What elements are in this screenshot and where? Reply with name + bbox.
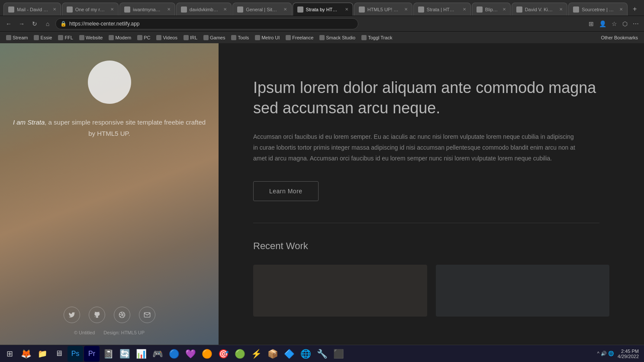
tab-close-icon[interactable]: ✕: [167, 7, 171, 12]
design-credit: Design: HTML5 UP: [103, 330, 145, 335]
bookmark-label: Tools: [238, 35, 249, 40]
work-card-1[interactable]: [253, 265, 427, 317]
new-tab-button[interactable]: +: [628, 3, 641, 16]
taskbar-app6[interactable]: 🟠: [199, 346, 215, 362]
bookmark-label: Metro UI: [261, 35, 280, 40]
tab-close-icon[interactable]: ✕: [619, 7, 623, 12]
extensions-icon[interactable]: ⊞: [587, 19, 596, 28]
tab-david[interactable]: David V. Kimball... ✕: [512, 3, 568, 16]
back-button[interactable]: ←: [3, 19, 14, 29]
tab-github[interactable]: davidvkimball/m... ✕: [176, 3, 232, 16]
url-bar[interactable]: 🔒 https://melee-center.netlify.app: [55, 18, 358, 29]
content-divider: [253, 223, 599, 223]
bookmark-favicon: [34, 35, 39, 40]
nav-icons: ⊞ 👤 ☆ ⬡ ⋯: [587, 19, 641, 28]
taskbar-app3[interactable]: 🎮: [150, 346, 165, 362]
tab-label: Mail - David V. Ki...: [17, 7, 48, 12]
taskbar-app8[interactable]: 🟢: [232, 346, 248, 362]
taskbar-app7[interactable]: 🎯: [216, 346, 231, 362]
taskbar-files[interactable]: 📁: [35, 346, 50, 362]
twitter-icon[interactable]: [64, 307, 80, 323]
bookmark-toggl[interactable]: Toggl Track: [359, 34, 395, 41]
email-icon[interactable]: [139, 307, 155, 323]
forward-button[interactable]: →: [16, 19, 27, 29]
bookmark-freelance[interactable]: Freelance: [283, 34, 316, 41]
sidebar-intro: I am Strata, a super simple responsive s…: [9, 117, 210, 139]
taskbar-app12[interactable]: 🌐: [298, 346, 313, 362]
taskbar-app9[interactable]: ⚡: [248, 346, 264, 362]
more-icon[interactable]: ⋯: [631, 19, 641, 28]
lock-icon: 🔒: [60, 21, 67, 27]
home-button[interactable]: ⌂: [42, 19, 53, 29]
taskbar-app14[interactable]: ⬛: [331, 346, 346, 362]
tab-strata-active[interactable]: Strata by HTML5 UP ✕: [293, 3, 353, 16]
bookmark-metro[interactable]: Metro UI: [252, 34, 282, 41]
bookmark-website[interactable]: Website: [77, 34, 106, 41]
bookmark-favicon: [286, 35, 291, 40]
tab-close-icon[interactable]: ✕: [345, 7, 348, 12]
start-button[interactable]: ⊞: [2, 346, 17, 362]
bookmark-ffl[interactable]: FFL: [55, 34, 76, 41]
taskbar-onenote[interactable]: 📓: [100, 346, 116, 362]
recent-work-heading: Recent Work: [253, 240, 609, 252]
taskbar-app11[interactable]: 🔷: [281, 346, 297, 362]
bookmark-favicon: [109, 35, 114, 40]
bookmark-stream[interactable]: Stream: [3, 34, 30, 41]
bookmark-pc[interactable]: PC: [135, 34, 153, 41]
tab-mail[interactable]: Mail - David V. Ki... ✕: [3, 3, 61, 16]
taskbar-app5[interactable]: 💜: [183, 346, 198, 362]
taskbar-app10[interactable]: 📦: [265, 346, 280, 362]
star-icon[interactable]: ☆: [610, 19, 619, 28]
tab-favicon: [8, 6, 14, 13]
taskbar-premiere[interactable]: Pr: [84, 346, 100, 362]
tab-close-icon[interactable]: ✕: [283, 7, 287, 12]
github-icon[interactable]: [89, 307, 105, 323]
taskbar-app4[interactable]: 🔵: [166, 346, 182, 362]
bookmark-favicon: [184, 35, 189, 40]
taskbar-app1[interactable]: 🔄: [117, 346, 132, 362]
tab-general[interactable]: General | Site sett... ✕: [232, 3, 291, 16]
tab-strata2[interactable]: Strata | HTML5 UP ✕: [413, 3, 471, 16]
reload-button[interactable]: ↻: [29, 19, 40, 29]
taskbar-monitor[interactable]: 🖥: [51, 346, 67, 362]
tab-rare[interactable]: One of my rare c... ✕: [62, 3, 119, 16]
tab-favicon: [124, 6, 130, 13]
tab-close-icon[interactable]: ✕: [110, 7, 114, 12]
tab-html5[interactable]: HTML5 UP! Resp... ✕: [354, 3, 412, 16]
tab-close-icon[interactable]: ✕: [463, 7, 466, 12]
bookmark-label: Website: [86, 35, 103, 40]
bookmark-modem[interactable]: Modem: [106, 34, 134, 41]
tab-close-icon[interactable]: ✕: [53, 7, 56, 12]
avatar[interactable]: [88, 61, 131, 104]
tab-favicon: [297, 6, 303, 13]
dribbble-icon[interactable]: [114, 307, 130, 323]
taskbar-app13[interactable]: 🔧: [314, 346, 330, 362]
bookmark-essie[interactable]: Essie: [31, 34, 55, 41]
tab-close-icon[interactable]: ✕: [559, 7, 563, 12]
bookmark-games[interactable]: Games: [201, 34, 228, 41]
taskbar-firefox[interactable]: 🦊: [18, 346, 34, 362]
learn-more-button[interactable]: Learn More: [253, 181, 319, 201]
sidebar-name: I am Strata: [13, 119, 45, 126]
tab-label: David V. Kimball...: [525, 7, 555, 12]
tab-close-icon[interactable]: ✕: [502, 7, 506, 12]
bookmark-label: Games: [210, 35, 225, 40]
bookmark-other[interactable]: Other Bookmarks: [598, 34, 641, 41]
work-card-2[interactable]: [436, 265, 610, 317]
bookmark-tools[interactable]: Tools: [229, 34, 251, 41]
clock: 2:45 PM 4/29/2022: [618, 349, 639, 359]
profile-icon[interactable]: 👤: [597, 19, 608, 28]
taskbar-app2[interactable]: 📊: [133, 346, 149, 362]
bookmark-irl[interactable]: IRL: [181, 34, 200, 41]
taskbar-ps[interactable]: Ps: [68, 346, 83, 362]
tab-iwant[interactable]: iwantmyname D... ✕: [119, 3, 175, 16]
tab-source[interactable]: Sourcetree | Free ... ✕: [568, 3, 628, 16]
date-display: 4/29/2022: [618, 354, 639, 359]
collections-icon[interactable]: ⬡: [621, 19, 629, 28]
tab-close-icon[interactable]: ✕: [404, 7, 408, 12]
tab-close-icon[interactable]: ✕: [223, 7, 227, 12]
bookmark-videos[interactable]: Videos: [154, 34, 180, 41]
tab-blippi[interactable]: Blippi.gg ✕: [472, 3, 511, 16]
bookmark-smack-studio[interactable]: Smack Studio: [317, 34, 358, 41]
bookmark-label: Essie: [40, 35, 52, 40]
